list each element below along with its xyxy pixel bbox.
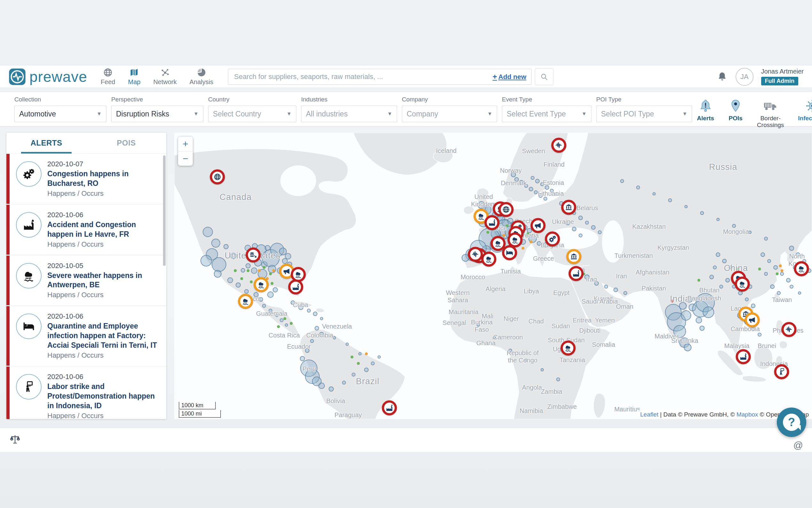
alert-marker-seismo[interactable] <box>552 138 567 153</box>
alert-marker-globe[interactable] <box>210 170 225 184</box>
alert-marker-storm[interactable] <box>481 252 496 267</box>
infections-toggle[interactable]: Infections <box>798 98 812 122</box>
alert-marker-storm[interactable] <box>238 294 253 309</box>
alert-marker-factory[interactable] <box>288 280 303 295</box>
legal-terms-button[interactable] <box>9 433 21 447</box>
event-dot <box>671 300 674 303</box>
alert-subtitle: Happens / Occurs <box>47 351 160 359</box>
user-name: Jonas Artmeier <box>761 68 804 75</box>
alert-marker-storm[interactable] <box>254 278 269 292</box>
event-dot <box>290 322 293 325</box>
cluster-bubble <box>298 305 303 310</box>
cluster-bubble <box>673 325 686 338</box>
sidebar-scrollbar[interactable] <box>163 156 165 266</box>
cluster-bubble <box>236 283 241 288</box>
alert-title: Labor strike and Protest/Demonstration h… <box>47 382 160 411</box>
cluster-bubble <box>291 300 295 305</box>
nav-item-analysis[interactable]: Analysis <box>190 68 213 86</box>
map-scale: 1000 km 1000 mi <box>179 402 221 418</box>
tab-pois[interactable]: POIS <box>86 133 166 153</box>
collection-dropdown[interactable]: Automotive▼ <box>14 105 106 122</box>
cluster-bubble <box>305 348 309 353</box>
alert-date: 2020-10-06 <box>47 312 160 321</box>
chevron-down-icon: ▼ <box>97 111 102 117</box>
event-dot <box>779 264 782 267</box>
event-dot <box>522 247 525 250</box>
cluster-bubble <box>320 317 323 320</box>
add-new-button[interactable]: + Add new <box>493 72 527 81</box>
alert-marker-factory[interactable] <box>736 349 751 364</box>
bottom-bar: @ <box>0 428 812 452</box>
search-icon <box>540 73 548 81</box>
company-dropdown[interactable]: Company▼ <box>402 105 497 122</box>
poi-type-dropdown[interactable]: Select POI Type▼ <box>596 105 692 122</box>
mapbox-link[interactable]: Mapbox <box>736 411 758 418</box>
map-icon <box>129 68 139 77</box>
pois-toggle[interactable]: POIs <box>728 98 743 122</box>
truck-icon <box>763 98 778 113</box>
pie-icon <box>196 68 206 77</box>
nav-item-map[interactable]: Map <box>128 68 140 86</box>
alert-marker-factory[interactable] <box>569 266 584 281</box>
nav-item-network[interactable]: Network <box>153 68 177 86</box>
cluster-bubble <box>285 324 288 327</box>
alert-marker-seismo[interactable] <box>468 247 483 262</box>
border-crossings-toggle[interactable]: Border-Crossings <box>757 98 784 129</box>
zoom-out-button[interactable]: − <box>178 151 193 166</box>
alert-marker-bank[interactable] <box>561 200 576 215</box>
alert-list-item[interactable]: 2020-10-06Quarantine and Employee infect… <box>6 306 166 366</box>
alert-marker-storm[interactable] <box>735 277 750 292</box>
balance-scale-icon <box>9 433 21 446</box>
alert-marker-megaphone[interactable] <box>531 218 546 233</box>
alert-marker-globe[interactable] <box>499 202 514 217</box>
search-button[interactable] <box>535 69 554 85</box>
filter-bar: CollectionAutomotive▼PerspectiveDisrupti… <box>0 92 812 126</box>
notifications-button[interactable] <box>716 71 728 83</box>
industries-dropdown[interactable]: All industries▼ <box>301 105 397 122</box>
help-button[interactable]: ? <box>777 408 806 437</box>
alert-list-item[interactable]: 2020-10-07Congestion happens in Buchares… <box>6 154 166 204</box>
alert-list-item[interactable]: 2020-10-05Severe weather happens in Antw… <box>6 255 166 306</box>
bell-icon <box>716 71 728 83</box>
alert-marker-megaphone[interactable] <box>745 312 760 328</box>
avatar[interactable]: JA <box>735 68 754 86</box>
alert-marker-coins[interactable] <box>246 248 261 263</box>
mention-link[interactable]: @ <box>794 440 803 452</box>
cluster-bubble <box>703 306 714 318</box>
perspective-dropdown[interactable]: Disruption Risks▼ <box>111 105 203 122</box>
cluster-bubble <box>534 190 538 194</box>
alert-marker-gears[interactable] <box>545 231 560 247</box>
alert-marker-seismo[interactable] <box>782 322 797 337</box>
alert-marker-bed[interactable] <box>502 245 517 260</box>
alert-marker-bank[interactable] <box>567 249 581 264</box>
zoom-in-button[interactable]: + <box>178 137 193 151</box>
cluster-bubble <box>508 349 512 352</box>
nav-item-feed[interactable]: Feed <box>101 68 115 86</box>
tab-alerts[interactable]: ALERTS <box>6 133 86 153</box>
prewave-logo[interactable]: prewave <box>8 68 87 86</box>
alert-marker-storm[interactable] <box>561 341 576 356</box>
alerts-toggle[interactable]: Alerts <box>697 98 714 122</box>
world-map[interactable]: CanadaIcelandNorwaySwedenFinlandRussiaEs… <box>174 133 812 419</box>
event-type-dropdown[interactable]: Select Event Type▼ <box>502 105 591 122</box>
cluster-bubble <box>556 378 560 381</box>
alert-list-item[interactable]: 2020-10-06Accident and Congestion happen… <box>6 204 166 255</box>
alert-marker-factory[interactable] <box>485 215 500 230</box>
search-input[interactable] <box>233 72 492 81</box>
country-dropdown[interactable]: Select Country▼ <box>208 105 296 122</box>
leaflet-link[interactable]: Leaflet <box>640 411 659 418</box>
event-dot <box>351 356 353 358</box>
alert-list-item[interactable]: 2020-10-06Labor strike and Protest/Demon… <box>6 366 166 419</box>
virus-icon <box>805 98 812 113</box>
filter-fields: CollectionAutomotive▼PerspectiveDisrupti… <box>14 96 697 122</box>
alert-marker-storm[interactable] <box>794 261 809 277</box>
cluster-bubble <box>540 368 544 371</box>
event-dot <box>271 282 274 285</box>
filter-label: Perspective <box>111 96 203 103</box>
cluster-bubble <box>668 198 672 202</box>
alert-marker-factory[interactable] <box>382 400 397 416</box>
event-dot <box>736 268 739 271</box>
cluster-bubble <box>713 265 717 269</box>
storm-icon <box>16 263 42 289</box>
alert-marker-strike[interactable] <box>774 364 789 379</box>
